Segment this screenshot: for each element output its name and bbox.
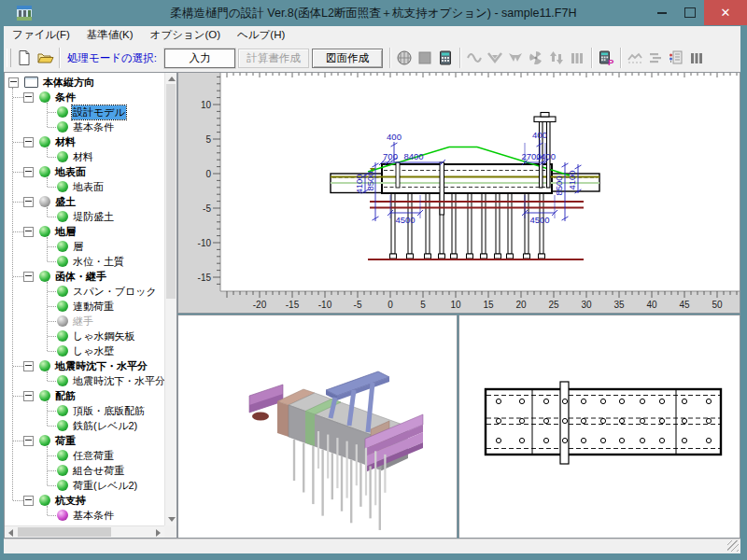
title-bar[interactable]: 柔構造樋門の設計 Ver.8(函体L2断面照査＋杭支持オプション) - samp… xyxy=(0,0,747,26)
menu-options[interactable]: オプション(O) xyxy=(142,28,229,42)
expand-collapse-icon[interactable] xyxy=(23,197,34,207)
tree-item[interactable]: 組合せ荷重 xyxy=(5,463,164,478)
3d-view-panel[interactable] xyxy=(177,315,458,539)
scroll-down-icon[interactable] xyxy=(168,517,176,522)
tree-item-label: 組合せ荷重 xyxy=(72,464,125,478)
expand-collapse-icon[interactable] xyxy=(8,77,19,88)
tree-vertical-scrollbar[interactable] xyxy=(164,73,176,525)
tree-item[interactable]: 基本条件 xyxy=(5,119,164,134)
left-collar xyxy=(252,413,269,421)
minimize-button[interactable] xyxy=(648,0,676,25)
tree-item-label: 継手 xyxy=(72,315,94,329)
mode-report-button[interactable]: 計算書作成 xyxy=(238,49,309,68)
expand-collapse-icon[interactable] xyxy=(23,391,34,401)
funnel-icon xyxy=(486,49,504,67)
toolbar-separator xyxy=(59,48,60,68)
section-circle-icon[interactable] xyxy=(395,49,414,67)
expand-collapse-icon[interactable] xyxy=(23,92,34,103)
expand-collapse-icon[interactable] xyxy=(23,496,34,506)
dim-label: 8500 xyxy=(554,175,564,195)
tree-item[interactable]: 地震時沈下・水平分 xyxy=(5,373,164,388)
tree-item-label: 配筋 xyxy=(54,389,77,403)
section-view-panel[interactable]: 400 700 8400 4100 8500 4500 400 2700 400… xyxy=(177,72,740,314)
close-button[interactable]: ✕ xyxy=(704,0,747,25)
tree-item[interactable]: 条件 xyxy=(5,90,164,105)
window-title: 柔構造樋門の設計 Ver.8(函体L2断面照査＋杭支持オプション) - samp… xyxy=(0,6,747,21)
plan-view-panel[interactable] xyxy=(458,315,740,539)
expand-collapse-icon[interactable] xyxy=(23,227,34,237)
new-file-icon[interactable] xyxy=(15,49,34,67)
tree-item[interactable]: 継手 xyxy=(5,314,164,329)
tree-node-icon xyxy=(39,226,50,237)
tree-node-icon xyxy=(57,375,68,386)
tree-item[interactable]: しゃ水壁 xyxy=(5,343,164,358)
tree-node-icon xyxy=(57,345,68,357)
tree-item[interactable]: 函体・継手 xyxy=(5,269,164,284)
tree-item[interactable]: 地表面 xyxy=(5,179,164,194)
mode-input-button[interactable]: 入力 xyxy=(164,49,235,68)
tree-connector xyxy=(48,112,56,113)
menu-help[interactable]: ヘルプ(H) xyxy=(229,28,293,42)
scroll-right-icon[interactable] xyxy=(156,529,161,537)
tree-item-label: 地震時沈下・水平分 xyxy=(54,359,148,373)
maximize-button[interactable] xyxy=(676,0,704,25)
tree-item[interactable]: 荷重 xyxy=(5,433,164,448)
tree-item[interactable]: スパン・ブロック xyxy=(5,284,164,299)
tree-item[interactable]: 地表面 xyxy=(5,164,164,179)
columns-dark-icon[interactable] xyxy=(687,49,706,67)
tree-item[interactable]: 設計モデル xyxy=(5,105,164,119)
expand-collapse-icon[interactable] xyxy=(23,167,34,177)
tree-item[interactable]: 地震時沈下・水平分 xyxy=(5,358,164,373)
tree-item[interactable]: 本体縦方向 xyxy=(5,75,164,90)
tree-item[interactable]: 盛土 xyxy=(5,194,164,209)
calculator-icon[interactable] xyxy=(436,49,455,67)
x-tick-label: -5 xyxy=(354,300,362,310)
tree-item[interactable]: 頂版・底版配筋 xyxy=(5,403,164,418)
tree-node-icon xyxy=(57,106,68,118)
tree-item[interactable]: 任意荷重 xyxy=(5,448,164,463)
expand-collapse-icon[interactable] xyxy=(23,436,34,446)
tree-item[interactable]: 水位・土質 xyxy=(5,254,164,269)
tree-item[interactable]: 地層 xyxy=(5,224,164,239)
menu-standards[interactable]: 基準値(K) xyxy=(78,28,142,42)
expand-collapse-icon[interactable] xyxy=(23,361,34,371)
scroll-left-icon[interactable] xyxy=(8,529,13,537)
tree-item[interactable]: 杭支持 xyxy=(5,493,164,508)
tree-item[interactable]: 鉄筋(レベル2) xyxy=(5,418,164,433)
tree-horizontal-scrollbar[interactable] xyxy=(5,525,164,538)
scroll-up-icon[interactable] xyxy=(168,77,176,81)
tree-node-icon xyxy=(39,495,50,506)
tree-item[interactable]: 材料 xyxy=(5,149,164,164)
x-tick-label: 30 xyxy=(581,300,592,310)
tree-item-label: 地層 xyxy=(54,225,77,239)
tree-item[interactable]: 堤防盛土 xyxy=(5,209,164,224)
scrollbar-corner xyxy=(164,525,176,538)
tree-item[interactable]: 荷重(レベル2) xyxy=(5,478,164,493)
tree-connector xyxy=(48,187,56,188)
tree-item[interactable]: 配筋 xyxy=(5,388,164,403)
tree-item[interactable]: 基本条件 xyxy=(5,508,164,523)
tree-item[interactable]: 材料 xyxy=(5,134,164,149)
tree-vscroll-thumb[interactable] xyxy=(166,84,176,299)
x-tick-label: 20 xyxy=(515,300,527,310)
resize-grip[interactable] xyxy=(727,540,739,552)
tree-item[interactable]: しゃ水鋼矢板 xyxy=(5,329,164,343)
tree-item[interactable]: 層 xyxy=(5,239,164,254)
tree-item-label: 設計モデル xyxy=(72,105,126,119)
tree-node-icon xyxy=(57,420,68,431)
dim-label: 2700 xyxy=(521,151,541,161)
y-tick-label: -15 xyxy=(198,273,212,283)
tree-connector xyxy=(48,261,56,262)
tree-item[interactable]: 連動荷重 xyxy=(5,299,164,314)
tree-hscroll-thumb[interactable] xyxy=(18,527,111,537)
expand-collapse-icon[interactable] xyxy=(23,137,34,147)
x-tick-label: 50 xyxy=(712,300,723,310)
calculator-p-icon[interactable]: P xyxy=(597,49,615,67)
tree-node-icon xyxy=(39,91,50,103)
open-folder-icon[interactable] xyxy=(35,49,54,67)
mode-drawing-button[interactable]: 図面作成 xyxy=(312,49,383,68)
tree-connector xyxy=(13,396,23,397)
menu-file[interactable]: ファイル(F) xyxy=(4,28,78,42)
gray-square-icon[interactable] xyxy=(416,49,434,67)
expand-collapse-icon[interactable] xyxy=(23,272,34,282)
